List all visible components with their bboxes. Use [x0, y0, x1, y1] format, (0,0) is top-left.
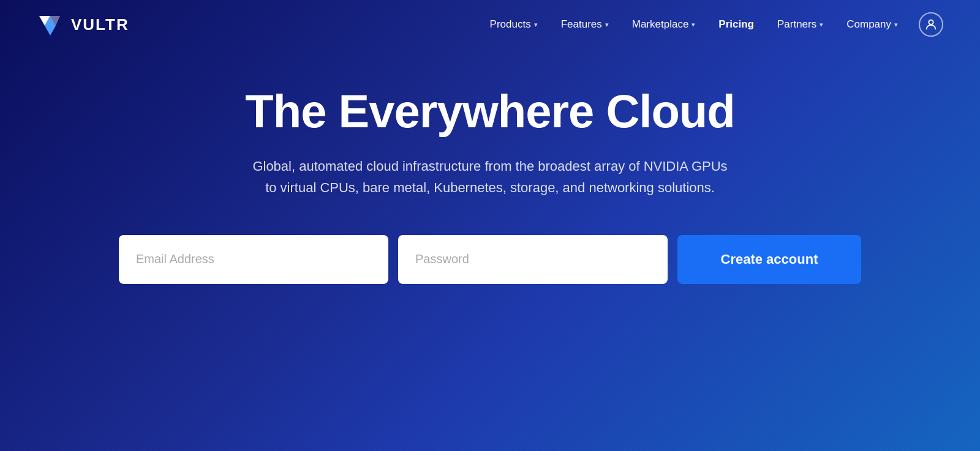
nav-item-pricing[interactable]: Pricing	[710, 13, 763, 35]
signup-form: Create account	[116, 235, 864, 284]
email-input[interactable]	[119, 235, 388, 284]
nav-item-partners[interactable]: Partners ▾	[769, 13, 832, 35]
nav-link-company[interactable]: Company ▾	[838, 13, 907, 35]
nav-right	[919, 12, 943, 37]
nav-link-pricing[interactable]: Pricing	[710, 13, 763, 35]
vultr-logo-icon	[37, 11, 64, 38]
nav-item-company[interactable]: Company ▾	[838, 13, 907, 35]
navbar: VULTR Products ▾ Features ▾ Marketplace …	[0, 0, 980, 49]
nav-link-features[interactable]: Features ▾	[552, 13, 617, 35]
nav-link-marketplace[interactable]: Marketplace ▾	[624, 13, 704, 35]
nav-link-partners[interactable]: Partners ▾	[769, 13, 832, 35]
nav-links: Products ▾ Features ▾ Marketplace ▾ Pric…	[481, 13, 907, 35]
logo-area[interactable]: VULTR	[37, 11, 129, 38]
hero-subtitle: Global, automated cloud infrastructure f…	[251, 155, 729, 198]
nav-item-features[interactable]: Features ▾	[552, 13, 617, 35]
hero-title: The Everywhere Cloud	[245, 86, 734, 137]
chevron-down-icon: ▾	[605, 21, 609, 29]
user-account-icon[interactable]	[919, 12, 943, 37]
chevron-down-icon: ▾	[894, 21, 898, 29]
create-account-button[interactable]: Create account	[677, 235, 861, 284]
svg-point-4	[929, 20, 933, 24]
chevron-down-icon: ▾	[692, 21, 695, 29]
nav-item-products[interactable]: Products ▾	[481, 13, 546, 35]
nav-link-products[interactable]: Products ▾	[481, 13, 546, 35]
password-input[interactable]	[398, 235, 668, 284]
nav-item-marketplace[interactable]: Marketplace ▾	[624, 13, 704, 35]
hero-section: The Everywhere Cloud Global, automated c…	[0, 49, 980, 284]
logo-text: VULTR	[71, 15, 129, 34]
chevron-down-icon: ▾	[534, 21, 538, 29]
chevron-down-icon: ▾	[820, 21, 823, 29]
